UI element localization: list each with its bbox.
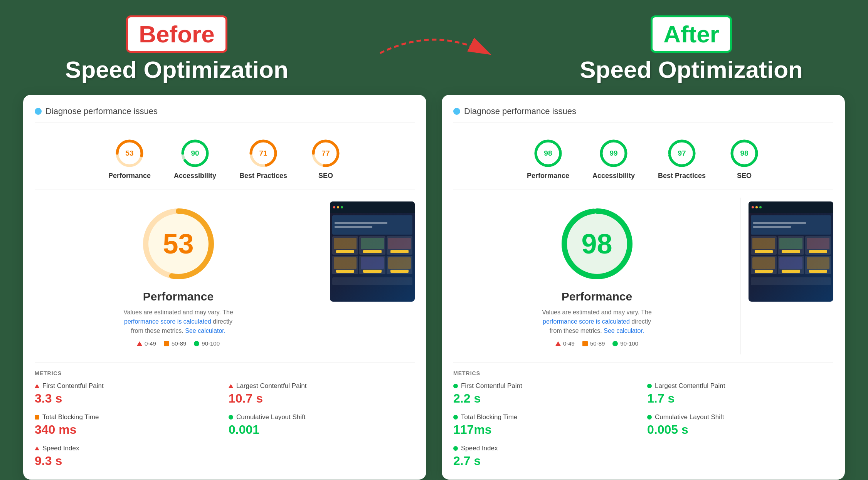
ss-card-img-4 xyxy=(334,257,357,269)
dashed-arrow-icon xyxy=(372,22,496,61)
ss-after-card-2 xyxy=(778,236,804,255)
ss-after-card-4 xyxy=(751,256,777,274)
after-metric-cls: Cumulative Layout Shift 0.005 s xyxy=(647,413,833,437)
ss-after-card-1 xyxy=(751,236,777,255)
after-bp-value: 97 xyxy=(678,149,686,158)
before-seo-label: SEO xyxy=(318,172,333,180)
after-score-accessibility: 99 Accessibility xyxy=(592,138,635,180)
after-si-value: 2.7 s xyxy=(453,454,639,468)
after-fcp-green-icon xyxy=(453,384,458,388)
red-triangle-icon xyxy=(35,384,39,388)
after-calculator-link[interactable]: See calculator. xyxy=(604,327,644,334)
panels-row: Diagnose performance issues 53 Performan… xyxy=(23,95,845,480)
before-bp-value: 71 xyxy=(259,149,267,158)
after-header: After Speed Optimization xyxy=(580,15,803,83)
after-big-circle: 98 xyxy=(558,205,636,282)
after-seo-label: SEO xyxy=(737,172,752,180)
before-legend-bad: 0-49 xyxy=(137,340,156,347)
before-subtitle: Speed Optimization xyxy=(65,56,288,83)
after-main-content: 98 Performance Values are estimated and … xyxy=(453,198,833,354)
before-legend-mid-label: 50-89 xyxy=(172,340,186,347)
before-panel: Diagnose performance issues 53 Performan… xyxy=(23,95,426,480)
after-bp-label: Best Practices xyxy=(658,172,706,180)
before-panel-title: Diagnose performance issues xyxy=(45,106,158,116)
before-acc-value: 90 xyxy=(191,149,199,158)
ss-card-img-3 xyxy=(388,238,411,249)
after-perf-score-link[interactable]: performance score is calculated xyxy=(543,318,630,325)
after-score-description: Values are estimated and may vary. The p… xyxy=(539,308,655,336)
before-big-value: 53 xyxy=(163,228,193,260)
after-tbt-value: 117ms xyxy=(453,423,639,437)
after-score-bestpractices: 97 Best Practices xyxy=(658,138,706,180)
before-legend-good-label: 90-100 xyxy=(202,340,220,347)
after-badge: After xyxy=(651,15,732,53)
before-main-content: 53 Performance Values are estimated and … xyxy=(35,198,415,354)
after-legend-green-circle-icon xyxy=(612,341,618,346)
before-tbt-value: 340 ms xyxy=(35,423,221,437)
after-lcp-name: Largest Contentful Paint xyxy=(655,382,725,390)
ss-after-footer xyxy=(751,277,831,285)
after-metrics-label: METRICS xyxy=(453,370,833,376)
ss-after-card-6 xyxy=(805,256,831,274)
before-cls-name: Cumulative Layout Shift xyxy=(236,413,306,421)
green-circle-icon xyxy=(229,415,233,420)
ss-after-card-img-2 xyxy=(779,238,802,249)
before-si-name: Speed Index xyxy=(42,445,79,452)
after-tbt-name: Total Blocking Time xyxy=(461,413,517,421)
ss-after-card-img-6 xyxy=(807,257,829,269)
after-score-circles: 98 Performance 99 Accessibility xyxy=(453,130,833,190)
after-fcp-name: First Contentful Paint xyxy=(461,382,522,390)
after-panel-header: Diagnose performance issues xyxy=(453,106,833,123)
legend-red-triangle-icon xyxy=(137,341,142,346)
ss-after-btn-1 xyxy=(755,250,773,253)
ss-btn-2 xyxy=(363,250,381,253)
before-perf-value: 53 xyxy=(125,149,133,158)
before-acc-label: Accessibility xyxy=(174,172,216,180)
legend-green-circle-icon xyxy=(194,341,199,346)
ss-card-5 xyxy=(359,256,385,274)
comparison-header: Before Speed Optimization After Speed Op… xyxy=(23,15,845,83)
ss-text-1 xyxy=(335,222,387,224)
after-legend-mid-label: 50-89 xyxy=(590,340,605,347)
after-metrics-section: METRICS First Contentful Paint 2.2 s Lar… xyxy=(453,362,833,468)
orange-square-icon xyxy=(35,415,39,420)
red-triangle-icon-3 xyxy=(35,446,39,450)
before-score-description: Values are estimated and may vary. The p… xyxy=(121,308,236,336)
ss-text-2 xyxy=(335,226,372,228)
before-score-performance: 53 Performance xyxy=(108,138,151,180)
after-seo-circle: 98 xyxy=(729,138,760,169)
before-panel-header: Diagnose performance issues xyxy=(35,106,415,123)
after-si-name: Speed Index xyxy=(461,445,498,452)
before-metrics-grid: First Contentful Paint 3.3 s Largest Con… xyxy=(35,382,415,468)
ss-after-btn-2 xyxy=(782,250,800,253)
after-legend-good: 90-100 xyxy=(612,340,638,347)
ss-before-body xyxy=(330,213,415,287)
before-si-value: 9.3 s xyxy=(35,454,221,468)
ss-after-card-img-4 xyxy=(752,257,775,269)
after-legend-bad: 0-49 xyxy=(555,340,575,347)
before-header: Before Speed Optimization xyxy=(65,15,288,83)
after-legend: 0-49 50-89 90-100 xyxy=(555,340,638,347)
red-triangle-icon-2 xyxy=(229,384,233,388)
before-calculator-link[interactable]: See calculator. xyxy=(185,327,225,334)
after-acc-value: 99 xyxy=(609,149,617,158)
ss-after-text-2 xyxy=(753,226,791,228)
before-perf-score-link[interactable]: performance score is calculated xyxy=(124,318,211,325)
before-si-header: Speed Index xyxy=(35,445,221,452)
before-tbt-header: Total Blocking Time xyxy=(35,413,221,421)
after-si-green-icon xyxy=(453,446,458,451)
after-metrics-grid: First Contentful Paint 2.2 s Largest Con… xyxy=(453,382,833,468)
before-score-accessibility: 90 Accessibility xyxy=(174,138,216,180)
ss-banner xyxy=(332,215,412,235)
ss-card-img-2 xyxy=(361,238,384,249)
after-legend-red-triangle-icon xyxy=(555,341,561,346)
before-score-circles: 53 Performance 90 Accessibility xyxy=(35,130,415,190)
before-cls-header: Cumulative Layout Shift xyxy=(229,413,415,421)
ss-after-btn-5 xyxy=(782,270,800,273)
after-seo-value: 98 xyxy=(740,149,749,158)
before-metric-tbt: Total Blocking Time 340 ms xyxy=(35,413,221,437)
ss-card-2 xyxy=(359,236,385,255)
ss-dot-red xyxy=(333,206,335,208)
ss-card-6 xyxy=(387,256,412,274)
ss-card-3 xyxy=(387,236,412,255)
